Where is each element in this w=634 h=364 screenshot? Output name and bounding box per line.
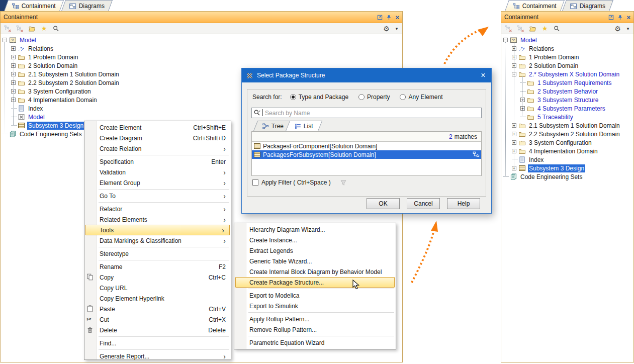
toolbar-caret-icon[interactable]: ▾ bbox=[395, 25, 399, 32]
tree-item-4-subsystem-parameters[interactable]: +4 Subsystem Parameters bbox=[501, 104, 633, 113]
menu-item-create-package-structure[interactable]: Create Package Structure... bbox=[235, 277, 395, 288]
list-item-packagesforsubsystem-solution-domain[interactable]: PackagesForSubsystem[Solution Domain] bbox=[252, 150, 481, 159]
menu-item-copy[interactable]: CopyCtrl+C bbox=[84, 272, 231, 283]
panel-tab-containment[interactable]: Containment bbox=[4, 0, 64, 11]
tree-guide bbox=[13, 42, 14, 126]
apply-filter-checkbox[interactable] bbox=[252, 179, 258, 186]
menu-item-tools[interactable]: Tools› bbox=[85, 225, 230, 235]
toolbar-caret-icon[interactable]: ▾ bbox=[626, 25, 630, 32]
close-icon[interactable]: × bbox=[395, 15, 399, 20]
package-icon bbox=[253, 143, 261, 149]
list-item-packagesforcomponent-solution-domain[interactable]: PackagesForComponent[Solution Domain] bbox=[252, 142, 481, 150]
tree-item-5-traceability[interactable]: 5 Traceability bbox=[501, 113, 633, 121]
tree-item-index[interactable]: Index bbox=[501, 155, 633, 164]
ok-button[interactable]: OK bbox=[367, 198, 400, 209]
menu-item-find[interactable]: Find... bbox=[84, 338, 231, 348]
tree-item-2-subsystem-behavior[interactable]: 2 Subsystem Behavior bbox=[501, 87, 633, 96]
menu-item-go-to[interactable]: Go To› bbox=[84, 191, 231, 201]
menu-item-refactor[interactable]: Refactor› bbox=[84, 204, 231, 214]
tree-item-3-subsystem-structure[interactable]: +3 Subsystem Structure bbox=[501, 96, 633, 104]
menu-item-cut[interactable]: ✂CutCtrl+X bbox=[84, 314, 231, 325]
float-window-icon[interactable] bbox=[608, 15, 614, 20]
menu-item-delete[interactable]: DeleteDelete bbox=[84, 325, 231, 335]
menu-item-parametric-equation-wizard[interactable]: Parametric Equation Wizard bbox=[234, 337, 396, 348]
tree-item-2-1-subsystem-1-solution-domain[interactable]: +2.1 Subsystem 1 Solution Domain bbox=[501, 121, 633, 130]
favorites-icon[interactable]: ★ bbox=[40, 25, 48, 32]
relations-icon bbox=[18, 45, 25, 52]
menu-item-create-relation[interactable]: Create Relation› bbox=[84, 143, 231, 154]
tree-item-2-2-subsystem-2-solution-domain[interactable]: +2.2 Subsystem 2 Solution Domain bbox=[501, 130, 633, 138]
options-gear-icon[interactable]: ⚙ bbox=[383, 25, 390, 32]
menu-item-generate-report[interactable]: Generate Report...› bbox=[84, 351, 231, 361]
tree-item-4-implementation-domain[interactable]: +4 Implementation Domain bbox=[501, 147, 633, 155]
tree-item-3-system-configuration[interactable]: +3 System Configuration bbox=[501, 138, 633, 147]
code-sets-icon bbox=[510, 173, 517, 180]
collapse-selected-icon[interactable] bbox=[517, 25, 524, 32]
menu-item-specification[interactable]: SpecificationEnter bbox=[84, 156, 231, 167]
radio-any-element[interactable]: Any Element bbox=[400, 94, 442, 101]
collapse-all-icon[interactable] bbox=[4, 25, 12, 32]
menu-item-create-internal-block-diagram-by-behavior-model[interactable]: Create Internal Block Diagram by Behavio… bbox=[234, 266, 396, 277]
quick-search-icon[interactable] bbox=[553, 25, 561, 32]
menu-shortcut: Ctrl+V bbox=[199, 306, 226, 313]
menu-item-generic-table-wizard[interactable]: Generic Table Wizard... bbox=[234, 256, 396, 266]
help-button[interactable]: Help bbox=[447, 198, 480, 209]
menu-item-create-element[interactable]: Create ElementCtrl+Shift+E bbox=[84, 122, 231, 133]
menu-item-related-elements[interactable]: Related Elements› bbox=[84, 214, 231, 225]
radio-property[interactable]: Property bbox=[358, 94, 390, 101]
close-icon[interactable]: × bbox=[626, 15, 630, 20]
menu-item-copy-element-hyperlink[interactable]: Copy Element Hyperlink bbox=[84, 293, 231, 304]
open-in-new-tab-icon[interactable] bbox=[529, 25, 536, 32]
collapse-all-icon[interactable] bbox=[505, 25, 512, 32]
options-gear-icon[interactable]: ⚙ bbox=[614, 25, 621, 32]
menu-item-copy-url[interactable]: Copy URL bbox=[84, 283, 231, 293]
folder-icon bbox=[518, 122, 526, 129]
collapse-selected-icon[interactable] bbox=[16, 25, 24, 32]
pin-icon[interactable] bbox=[617, 15, 623, 20]
tree-item-model[interactable]: −Model bbox=[1, 36, 402, 44]
tree-item-1-subsystem-requirements[interactable]: 1 Subsystem Requirements bbox=[501, 78, 633, 87]
tree-item-relations[interactable]: +Relations bbox=[1, 44, 402, 53]
tree-item-model[interactable]: −Model bbox=[501, 36, 633, 44]
menu-item-stereotype[interactable]: Stereotype bbox=[84, 248, 231, 259]
radio-type-and-package[interactable]: Type and Package bbox=[290, 94, 348, 101]
favorites-icon[interactable]: ★ bbox=[541, 25, 549, 32]
menu-item-data-markings-classification[interactable]: Data Markings & Classification› bbox=[84, 235, 231, 246]
tree-item-2-subsystem-x-solution-domain[interactable]: −2.* Subsystem X Solution Domain bbox=[501, 70, 633, 78]
open-in-new-tab-icon[interactable] bbox=[28, 25, 36, 32]
menu-item-extract-legends[interactable]: Extract Legends bbox=[234, 245, 396, 256]
quick-search-icon[interactable] bbox=[52, 25, 60, 32]
search-input[interactable] bbox=[251, 108, 482, 118]
menu-item-rename[interactable]: RenameF2 bbox=[84, 261, 231, 272]
tree-item-code-engineering-sets[interactable]: Code Engineering Sets bbox=[501, 172, 633, 181]
menu-item-remove-rollup-pattern[interactable]: Remove Rollup Pattern... bbox=[234, 324, 396, 335]
menu-item-paste[interactable]: PasteCtrl+V bbox=[84, 304, 231, 314]
float-window-icon[interactable] bbox=[377, 15, 383, 20]
menu-item-apply-rollup-pattern[interactable]: Apply Rollup Pattern... bbox=[234, 314, 396, 324]
menu-item-label: Export to Modelica bbox=[249, 292, 299, 299]
menu-item-element-group[interactable]: Element Group› bbox=[84, 177, 231, 188]
minus-expander-icon[interactable]: − bbox=[3, 38, 7, 42]
dialog-close-icon[interactable]: × bbox=[475, 68, 491, 82]
radio-label: Property bbox=[367, 94, 390, 101]
panel-tab-containment[interactable]: Containment bbox=[505, 0, 565, 11]
cancel-button[interactable]: Cancel bbox=[407, 198, 440, 209]
tab-list[interactable]: List bbox=[286, 121, 322, 131]
menu-item-validation[interactable]: Validation› bbox=[84, 167, 231, 177]
menu-item-create-diagram[interactable]: Create DiagramCtrl+Shift+D bbox=[84, 133, 231, 143]
tree-item-1-problem-domain[interactable]: +1 Problem Domain bbox=[1, 53, 402, 61]
pin-icon[interactable] bbox=[386, 15, 392, 20]
menu-item-hierarchy-diagram-wizard[interactable]: Hierarchy Diagram Wizard... bbox=[234, 224, 396, 235]
dialog-titlebar[interactable]: Select Package Structure × bbox=[242, 68, 491, 82]
menu-item-export-to-modelica[interactable]: Export to Modelica bbox=[234, 290, 396, 301]
menu-item-export-to-simulink[interactable]: Export to Simulink bbox=[234, 301, 396, 311]
panel-tab-diagrams[interactable]: Diagrams bbox=[562, 0, 613, 11]
tree-item-1-problem-domain[interactable]: +1 Problem Domain bbox=[501, 53, 633, 61]
panel-tab-diagrams[interactable]: Diagrams bbox=[61, 0, 113, 11]
menu-item-create-instance[interactable]: Create Instance... bbox=[234, 235, 396, 245]
tree-item-subsystem-3-design[interactable]: +Subsystem 3 Design bbox=[501, 164, 633, 172]
package-icon bbox=[253, 151, 261, 158]
tree-item-2-solution-domain[interactable]: +2 Solution Domain bbox=[501, 61, 633, 70]
minus-expander-icon[interactable]: − bbox=[503, 38, 508, 42]
tree-item-relations[interactable]: +Relations bbox=[501, 44, 633, 53]
